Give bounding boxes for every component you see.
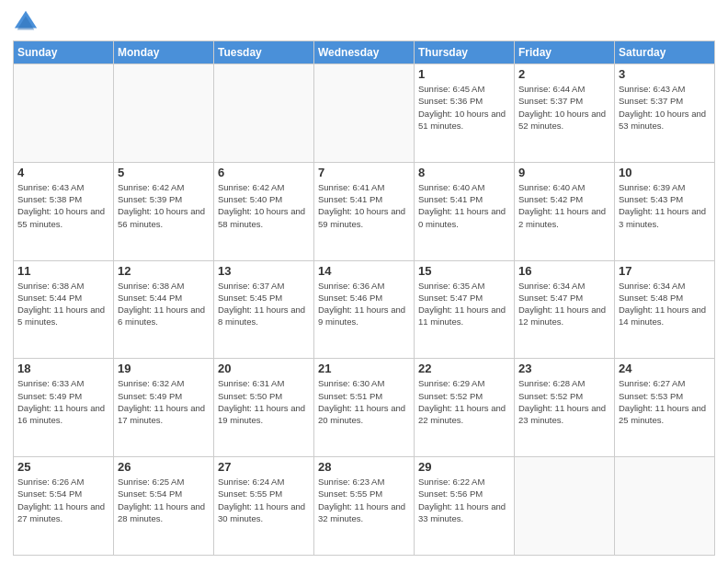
- day-info: Sunrise: 6:43 AM Sunset: 5:37 PM Dayligh…: [619, 83, 711, 132]
- calendar-cell: [14, 64, 114, 163]
- day-number: 17: [619, 264, 711, 278]
- calendar-cell: 12Sunrise: 6:38 AM Sunset: 5:44 PM Dayli…: [114, 260, 214, 359]
- day-info: Sunrise: 6:23 AM Sunset: 5:55 PM Dayligh…: [318, 476, 410, 524]
- day-info: Sunrise: 6:39 AM Sunset: 5:43 PM Dayligh…: [619, 181, 711, 230]
- day-number: 15: [418, 264, 510, 278]
- calendar-cell: 23Sunrise: 6:28 AM Sunset: 5:52 PM Dayli…: [515, 359, 615, 457]
- calendar-cell: [214, 64, 314, 163]
- weekday-header-friday: Friday: [515, 41, 615, 64]
- weekday-header-row: SundayMondayTuesdayWednesdayThursdayFrid…: [14, 41, 715, 64]
- calendar-week-1: 4Sunrise: 6:43 AM Sunset: 5:38 PM Daylig…: [14, 162, 715, 260]
- calendar-cell: 3Sunrise: 6:43 AM Sunset: 5:37 PM Daylig…: [615, 64, 715, 163]
- day-info: Sunrise: 6:26 AM Sunset: 5:54 PM Dayligh…: [17, 476, 109, 524]
- day-info: Sunrise: 6:40 AM Sunset: 5:42 PM Dayligh…: [518, 181, 610, 230]
- calendar-cell: 13Sunrise: 6:37 AM Sunset: 5:45 PM Dayli…: [214, 260, 314, 359]
- logo: [13, 9, 42, 35]
- calendar-cell: 24Sunrise: 6:27 AM Sunset: 5:53 PM Dayli…: [615, 359, 715, 457]
- day-number: 7: [318, 166, 410, 179]
- day-info: Sunrise: 6:30 AM Sunset: 5:51 PM Dayligh…: [318, 377, 410, 426]
- day-info: Sunrise: 6:38 AM Sunset: 5:44 PM Dayligh…: [118, 280, 210, 328]
- day-number: 25: [17, 460, 109, 474]
- calendar-week-3: 18Sunrise: 6:33 AM Sunset: 5:49 PM Dayli…: [14, 359, 715, 457]
- calendar-cell: [114, 64, 214, 163]
- calendar-cell: 1Sunrise: 6:45 AM Sunset: 5:36 PM Daylig…: [415, 64, 515, 163]
- calendar-cell: 25Sunrise: 6:26 AM Sunset: 5:54 PM Dayli…: [14, 457, 114, 556]
- day-number: 9: [518, 166, 610, 179]
- calendar-cell: 14Sunrise: 6:36 AM Sunset: 5:46 PM Dayli…: [314, 260, 415, 359]
- day-info: Sunrise: 6:33 AM Sunset: 5:49 PM Dayligh…: [17, 377, 109, 426]
- day-info: Sunrise: 6:32 AM Sunset: 5:49 PM Dayligh…: [118, 377, 210, 426]
- day-info: Sunrise: 6:43 AM Sunset: 5:38 PM Dayligh…: [17, 181, 109, 230]
- weekday-header-sunday: Sunday: [14, 41, 114, 64]
- calendar-cell: 18Sunrise: 6:33 AM Sunset: 5:49 PM Dayli…: [14, 359, 114, 457]
- calendar-cell: 27Sunrise: 6:24 AM Sunset: 5:55 PM Dayli…: [214, 457, 314, 556]
- calendar-cell: 6Sunrise: 6:42 AM Sunset: 5:40 PM Daylig…: [214, 162, 314, 260]
- day-number: 5: [118, 166, 210, 179]
- calendar-cell: 28Sunrise: 6:23 AM Sunset: 5:55 PM Dayli…: [314, 457, 415, 556]
- day-info: Sunrise: 6:41 AM Sunset: 5:41 PM Dayligh…: [318, 181, 410, 230]
- day-info: Sunrise: 6:29 AM Sunset: 5:52 PM Dayligh…: [418, 377, 510, 426]
- day-info: Sunrise: 6:25 AM Sunset: 5:54 PM Dayligh…: [118, 476, 210, 524]
- day-number: 23: [518, 362, 610, 375]
- day-number: 29: [418, 460, 510, 474]
- day-number: 24: [619, 362, 711, 375]
- day-info: Sunrise: 6:45 AM Sunset: 5:36 PM Dayligh…: [418, 83, 510, 132]
- day-number: 16: [518, 264, 610, 278]
- day-number: 4: [17, 166, 109, 179]
- day-info: Sunrise: 6:35 AM Sunset: 5:47 PM Dayligh…: [418, 280, 510, 328]
- calendar-cell: 4Sunrise: 6:43 AM Sunset: 5:38 PM Daylig…: [14, 162, 114, 260]
- weekday-header-tuesday: Tuesday: [214, 41, 314, 64]
- day-number: 6: [218, 166, 310, 179]
- day-number: 10: [619, 166, 711, 179]
- calendar-week-2: 11Sunrise: 6:38 AM Sunset: 5:44 PM Dayli…: [14, 260, 715, 359]
- calendar-cell: 19Sunrise: 6:32 AM Sunset: 5:49 PM Dayli…: [114, 359, 214, 457]
- day-info: Sunrise: 6:44 AM Sunset: 5:37 PM Dayligh…: [518, 83, 610, 132]
- calendar-cell: 9Sunrise: 6:40 AM Sunset: 5:42 PM Daylig…: [515, 162, 615, 260]
- day-info: Sunrise: 6:34 AM Sunset: 5:48 PM Dayligh…: [619, 280, 711, 328]
- calendar-cell: 8Sunrise: 6:40 AM Sunset: 5:41 PM Daylig…: [415, 162, 515, 260]
- weekday-header-monday: Monday: [114, 41, 214, 64]
- calendar-cell: 10Sunrise: 6:39 AM Sunset: 5:43 PM Dayli…: [615, 162, 715, 260]
- day-number: 1: [418, 67, 510, 81]
- day-info: Sunrise: 6:28 AM Sunset: 5:52 PM Dayligh…: [518, 377, 610, 426]
- top-section: [13, 9, 715, 35]
- calendar-cell: 5Sunrise: 6:42 AM Sunset: 5:39 PM Daylig…: [114, 162, 214, 260]
- day-number: 2: [518, 67, 610, 81]
- logo-icon: [13, 9, 39, 35]
- calendar-cell: 22Sunrise: 6:29 AM Sunset: 5:52 PM Dayli…: [415, 359, 515, 457]
- calendar-cell: 21Sunrise: 6:30 AM Sunset: 5:51 PM Dayli…: [314, 359, 415, 457]
- calendar-week-0: 1Sunrise: 6:45 AM Sunset: 5:36 PM Daylig…: [14, 64, 715, 163]
- day-number: 13: [218, 264, 310, 278]
- day-number: 8: [418, 166, 510, 179]
- day-number: 19: [118, 362, 210, 375]
- weekday-header-thursday: Thursday: [415, 41, 515, 64]
- day-number: 14: [318, 264, 410, 278]
- calendar-week-4: 25Sunrise: 6:26 AM Sunset: 5:54 PM Dayli…: [14, 457, 715, 556]
- calendar-cell: 17Sunrise: 6:34 AM Sunset: 5:48 PM Dayli…: [615, 260, 715, 359]
- weekday-header-wednesday: Wednesday: [314, 41, 415, 64]
- day-info: Sunrise: 6:37 AM Sunset: 5:45 PM Dayligh…: [218, 280, 310, 328]
- day-number: 22: [418, 362, 510, 375]
- day-info: Sunrise: 6:38 AM Sunset: 5:44 PM Dayligh…: [17, 280, 109, 328]
- calendar-cell: 15Sunrise: 6:35 AM Sunset: 5:47 PM Dayli…: [415, 260, 515, 359]
- day-number: 26: [118, 460, 210, 474]
- calendar-cell: 2Sunrise: 6:44 AM Sunset: 5:37 PM Daylig…: [515, 64, 615, 163]
- day-number: 27: [218, 460, 310, 474]
- calendar-cell: 11Sunrise: 6:38 AM Sunset: 5:44 PM Dayli…: [14, 260, 114, 359]
- day-number: 3: [619, 67, 711, 81]
- day-info: Sunrise: 6:42 AM Sunset: 5:39 PM Dayligh…: [118, 181, 210, 230]
- calendar-table: SundayMondayTuesdayWednesdayThursdayFrid…: [13, 40, 715, 556]
- day-number: 20: [218, 362, 310, 375]
- day-number: 21: [318, 362, 410, 375]
- calendar-cell: [515, 457, 615, 556]
- calendar-cell: [615, 457, 715, 556]
- day-number: 28: [318, 460, 410, 474]
- page: SundayMondayTuesdayWednesdayThursdayFrid…: [0, 0, 728, 563]
- day-number: 11: [17, 264, 109, 278]
- day-number: 18: [17, 362, 109, 375]
- day-info: Sunrise: 6:34 AM Sunset: 5:47 PM Dayligh…: [518, 280, 610, 328]
- calendar-cell: 20Sunrise: 6:31 AM Sunset: 5:50 PM Dayli…: [214, 359, 314, 457]
- calendar-cell: 29Sunrise: 6:22 AM Sunset: 5:56 PM Dayli…: [415, 457, 515, 556]
- calendar-cell: [314, 64, 415, 163]
- calendar-cell: 7Sunrise: 6:41 AM Sunset: 5:41 PM Daylig…: [314, 162, 415, 260]
